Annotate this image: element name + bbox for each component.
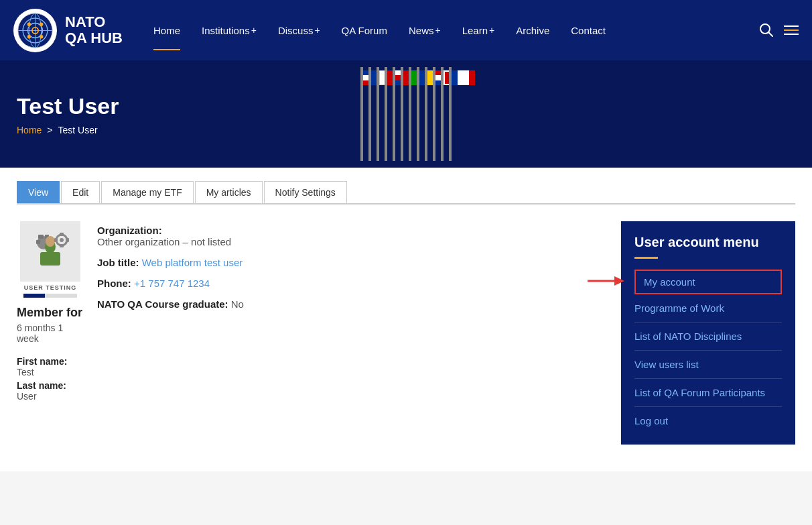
svg-rect-21 [40,252,60,266]
menu-title: User account menu [634,235,782,250]
member-duration: 6 months 1 week [17,323,84,344]
list-qa-forum-participants-link[interactable]: List of QA Forum Participants [634,379,782,407]
member-section: Member for 6 months 1 week [17,306,84,344]
main-nav: Home Institutions+ Discuss+ QA Forum New… [143,0,759,60]
nav-qa-forum[interactable]: QA Forum [331,0,398,60]
nav-learn[interactable]: Learn+ [452,0,506,60]
avatar-label: USER TESTING [24,284,77,291]
hero-banner: Test User Home > Test User [0,60,812,168]
hamburger-icon[interactable] [784,25,799,35]
tab-notify-settings[interactable]: Notify Settings [264,181,347,203]
page-title: Test User [17,93,795,119]
user-details: Organization: Other organization – not l… [97,221,601,445]
header-icons [759,23,799,38]
svg-rect-27 [54,238,58,242]
programme-of-work-link[interactable]: Programme of Work [634,294,782,323]
view-users-list-link[interactable]: View users list [634,351,782,379]
list-nato-disciplines-link[interactable]: List of NATO Disciplines [634,323,782,351]
organization-row: Organization: Other organization – not l… [97,225,601,247]
my-account-link[interactable]: My account [634,270,782,294]
nato-course-row: NATO QA Course graduate: No [97,298,601,310]
nav-news[interactable]: News+ [398,0,452,60]
log-out-link[interactable]: Log out [634,407,782,434]
job-title-row: Job title: Web platform test user [97,257,601,268]
svg-point-8 [40,22,44,26]
tab-edit[interactable]: Edit [61,181,100,203]
content-area: USER TESTING Member for 6 months 1 week … [17,221,795,445]
last-name-line: Last name: User [17,380,84,402]
progress-bar-bg [23,294,77,298]
site-header: NATO QA HUB Home Institutions+ Discuss+ … [0,0,812,60]
svg-line-12 [769,33,773,37]
search-icon[interactable] [759,23,774,38]
menu-title-underline [634,257,658,259]
logo-text: NATO QA HUB [65,14,123,46]
breadcrumb-home-link[interactable]: Home [17,125,42,135]
nav-archive[interactable]: Archive [505,0,560,60]
nav-discuss[interactable]: Discuss+ [267,0,331,60]
svg-rect-24 [60,233,64,236]
svg-point-9 [27,34,31,38]
svg-rect-25 [60,244,64,247]
red-arrow-icon [588,273,628,292]
tab-view[interactable]: View [17,181,60,203]
avatar [20,221,80,282]
tab-my-articles[interactable]: My articles [195,181,263,203]
first-name-line: First name: Test [17,356,84,377]
nav-home[interactable]: Home [143,0,191,60]
svg-point-10 [40,34,44,38]
hero-content: Test User Home > Test User [0,60,812,168]
svg-point-7 [27,22,31,26]
nav-contact[interactable]: Contact [560,0,616,60]
main-content: View Edit Manage my ETF My articles Noti… [0,168,812,471]
profile-tabs: View Edit Manage my ETF My articles Noti… [17,181,795,205]
my-account-wrapper: My account [634,270,782,294]
member-for-label: Member for [17,306,84,320]
progress-bar-fill [23,294,45,298]
name-section: First name: Test Last name: User [17,356,84,404]
svg-point-23 [60,238,64,242]
svg-point-20 [46,236,55,247]
svg-marker-29 [614,276,624,286]
avatar-section: USER TESTING [17,221,84,298]
breadcrumb: Home > Test User [17,125,795,135]
logo-circle [13,9,57,52]
logo[interactable]: NATO QA HUB [13,9,123,52]
svg-rect-26 [66,238,69,242]
phone-row: Phone: +1 757 747 1234 [97,278,601,289]
svg-rect-17 [36,240,40,244]
tab-manage-etf[interactable]: Manage my ETF [101,181,193,203]
sidebar: User account menu My account Pr [621,221,795,445]
avatar-column: USER TESTING Member for 6 months 1 week … [17,221,84,445]
svg-rect-15 [38,235,44,239]
nav-institutions[interactable]: Institutions+ [191,0,267,60]
user-account-menu: User account menu My account Pr [621,221,795,445]
user-profile: USER TESTING Member for 6 months 1 week … [17,221,601,445]
